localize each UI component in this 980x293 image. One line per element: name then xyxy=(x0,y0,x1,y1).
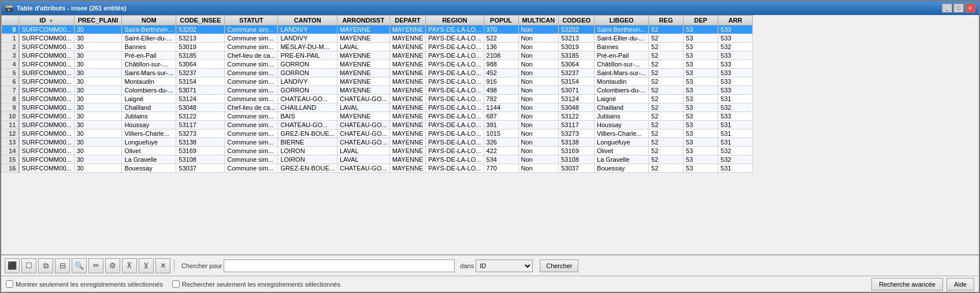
edit-button[interactable]: ✏ xyxy=(88,258,103,273)
cell-canton: LANDIVY xyxy=(278,25,337,34)
checkbox-search-selected-input[interactable] xyxy=(172,280,180,288)
table-row[interactable]: 2SURFCOMM00...30Bannes53019Commune sim..… xyxy=(2,43,753,51)
filter-button[interactable]: ⊟ xyxy=(55,258,70,273)
checkbox-search-selected[interactable]: Rechercher seulement les enregistrements… xyxy=(172,280,340,288)
table-row[interactable]: 12SURFCOMM00...30Villiers-Charle...53273… xyxy=(2,129,753,138)
col-header-depart[interactable]: DEPART xyxy=(389,16,426,25)
col-header-reg[interactable]: REG xyxy=(649,16,684,25)
cell-popul: 782 xyxy=(484,95,518,103)
checkbox-selected-only-input[interactable] xyxy=(6,280,13,288)
deselect-button[interactable]: ☐ xyxy=(21,258,36,273)
table-row[interactable]: 0SURFCOMM00...30Saint-Berthévin...53202C… xyxy=(2,25,753,34)
aide-button[interactable]: Aide xyxy=(946,278,974,291)
cell-statut: Commune sim... xyxy=(225,155,278,164)
cell-arr: 532 xyxy=(718,155,753,164)
cell-code_insee: 53273 xyxy=(176,129,225,138)
chercher-button[interactable]: Chercher xyxy=(540,259,578,272)
table-row[interactable]: 13SURFCOMM00...30Longuefuye53138Commune … xyxy=(2,138,753,147)
cell-popul: 136 xyxy=(484,43,518,51)
checkbox-selected-only[interactable]: Montrer seulement les enregistrements sé… xyxy=(6,280,163,288)
cell-region: PAYS-DE-LA-LO... xyxy=(426,69,484,77)
cell-libgeo: Jublains xyxy=(595,112,649,121)
col-header-statut[interactable]: STATUT xyxy=(225,16,278,25)
cell-arr: 532 xyxy=(718,103,753,112)
col-header-region[interactable]: REGION xyxy=(426,16,484,25)
cell-arrondisst: CHATEAU-GO... xyxy=(337,138,389,147)
cell-reg: 52 xyxy=(649,138,684,147)
cell-code_insee: 53108 xyxy=(176,155,225,164)
col-header-libgeo[interactable]: LIBGEO xyxy=(595,16,649,25)
cell-nom: Villiers-Charle... xyxy=(122,129,176,138)
field-select[interactable]: ID NOM CODE_INSEE CANTON ARRONDISST DEPA… xyxy=(476,259,533,272)
table-row[interactable]: 6SURFCOMM00...30Montaudin53154Commune si… xyxy=(2,77,753,86)
table-row[interactable]: 3SURFCOMM00...30Pré-en-Pail53185Chef-lie… xyxy=(2,51,753,60)
search-input[interactable] xyxy=(224,259,455,272)
cell-arrondisst: LAVAL xyxy=(337,155,389,164)
cell-nom: Laigné xyxy=(122,95,176,103)
table-row[interactable]: 7SURFCOMM00...30Colombiers-du-...53071Co… xyxy=(2,86,753,95)
cell-region: PAYS-DE-LA-LO... xyxy=(426,129,484,138)
cell-rownum: 15 xyxy=(2,155,19,164)
cell-popul: 522 xyxy=(484,34,518,43)
table-row[interactable]: 10SURFCOMM00...30Jublains53122Commune si… xyxy=(2,112,753,121)
cell-depart: MAYENNE xyxy=(389,60,426,69)
cell-arrondisst: MAYENNE xyxy=(337,77,389,86)
col-header-code[interactable]: CODE_INSEE xyxy=(176,16,225,25)
zoom-button[interactable]: 🔍 xyxy=(72,258,87,273)
cell-canton: CHAILLAND xyxy=(278,103,337,112)
cell-rownum: 9 xyxy=(2,103,19,112)
col-header-popul[interactable]: POPUL xyxy=(484,16,518,25)
cell-statut: Chef-lieu de ca... xyxy=(225,103,278,112)
cell-popul: 391 xyxy=(484,121,518,129)
invert-button[interactable]: ⧉ xyxy=(38,258,53,273)
cell-reg: 52 xyxy=(649,69,684,77)
attribute-table[interactable]: ID ▼ PREC_PLANI NOM CODE_INSEE STATUT CA… xyxy=(1,15,979,255)
maximize-button[interactable]: □ xyxy=(953,3,964,13)
cell-statut: Commune sim... xyxy=(225,43,278,51)
cell-dep: 53 xyxy=(684,60,718,69)
cell-arr: 531 xyxy=(718,95,753,103)
cell-dep: 53 xyxy=(684,43,718,51)
col-header-multican[interactable]: MULTICAN xyxy=(518,16,559,25)
col-header-nom[interactable]: NOM xyxy=(122,16,176,25)
table-row[interactable]: 1SURFCOMM00...30Saint-Ellier-du-...53213… xyxy=(2,34,753,43)
delete-button[interactable]: ✕ xyxy=(155,258,170,273)
cell-region: PAYS-DE-LA-LO... xyxy=(426,60,484,69)
cell-prec_plani: 30 xyxy=(74,95,122,103)
col-header-dep[interactable]: DEP xyxy=(684,16,718,25)
col-header-id[interactable]: ID ▼ xyxy=(19,16,75,25)
cell-prec_plani: 30 xyxy=(74,51,122,60)
table-row[interactable]: 16SURFCOMM00...30Bouessay53037Commune si… xyxy=(2,164,753,173)
move-top-button[interactable]: ⊼ xyxy=(122,258,137,273)
cell-dep: 53 xyxy=(684,34,718,43)
cell-nom: Houssay xyxy=(122,121,176,129)
cell-arrondisst: MAYENNE xyxy=(337,34,389,43)
minimize-button[interactable]: _ xyxy=(942,3,952,13)
cell-prec_plani: 30 xyxy=(74,164,122,173)
advanced-search-button[interactable]: Recherche avancée xyxy=(871,278,943,291)
cell-depart: MAYENNE xyxy=(389,155,426,164)
select-all-button[interactable]: ⬛ xyxy=(5,258,20,273)
cell-id: SURFCOMM00... xyxy=(19,69,75,77)
move-bottom-button[interactable]: ⊻ xyxy=(139,258,154,273)
table-row[interactable]: 4SURFCOMM00...30Châtillon-sur-...53064Co… xyxy=(2,60,753,69)
table-row[interactable]: 15SURFCOMM00...30La Gravelle53108Commune… xyxy=(2,155,753,164)
col-header-arrondisst[interactable]: ARRONDISST xyxy=(337,16,389,25)
table-row[interactable]: 9SURFCOMM00...30Chailland53048Chef-lieu … xyxy=(2,103,753,112)
cell-prec_plani: 30 xyxy=(74,121,122,129)
cell-arr: 533 xyxy=(718,34,753,43)
cell-dep: 53 xyxy=(684,77,718,86)
table-row[interactable]: 14SURFCOMM00...30Olivet53169Commune sim.… xyxy=(2,147,753,155)
table-row[interactable]: 11SURFCOMM00...30Houssay53117Commune sim… xyxy=(2,121,753,129)
table-row[interactable]: 8SURFCOMM00...30Laigné53124Commune sim..… xyxy=(2,95,753,103)
cell-multican: Non xyxy=(518,25,559,34)
cell-depart: MAYENNE xyxy=(389,86,426,95)
table-row[interactable]: 5SURFCOMM00...30Saint-Mars-sur-...53237C… xyxy=(2,69,753,77)
col-header-prec[interactable]: PREC_PLANI xyxy=(74,16,122,25)
col-header-arr[interactable]: ARR xyxy=(718,16,753,25)
settings-button[interactable]: ⚙ xyxy=(105,258,120,273)
col-header-canton[interactable]: CANTON xyxy=(278,16,337,25)
close-button[interactable]: ✕ xyxy=(965,3,975,13)
col-header-codgeo[interactable]: CODGEO xyxy=(559,16,595,25)
cell-region: PAYS-DE-LA-LO... xyxy=(426,43,484,51)
